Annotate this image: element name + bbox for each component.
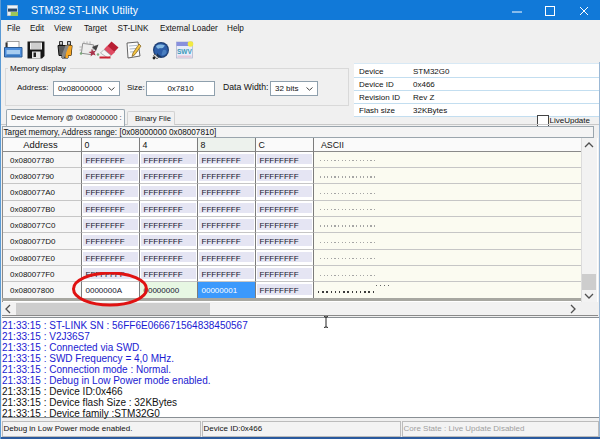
svg-text:SWV: SWV xyxy=(177,48,192,55)
